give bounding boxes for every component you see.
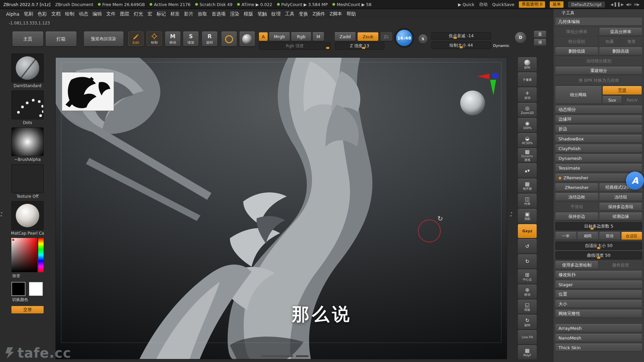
menu-item[interactable]: 编辑	[93, 11, 102, 17]
crease-header[interactable]: 折边	[555, 125, 642, 133]
shelf-divider-arrows[interactable]: ▴▾	[518, 163, 537, 177]
focal-shift-slider[interactable]: 焦点衰减 -14	[431, 32, 491, 40]
rgb-intensity-slider[interactable]: Rgb 强度	[259, 42, 331, 50]
detect-edges-button[interactable]: 侦测边缘	[599, 213, 642, 221]
menu-item[interactable]: 首选项	[212, 11, 226, 17]
position-header[interactable]: 位置	[555, 290, 642, 298]
aa-half-button[interactable]: ◒AC50%	[518, 133, 537, 147]
curve-strength-slider[interactable]: 曲线强度 50	[555, 251, 642, 259]
menu-item[interactable]: 图层	[120, 11, 129, 17]
m-mode-button[interactable]: M	[313, 32, 324, 41]
gradient-material-button[interactable]	[239, 32, 255, 46]
menu-item[interactable]: 变换	[299, 11, 308, 17]
symmetry-button[interactable]: ◫对称	[518, 194, 537, 208]
edgeloop-header[interactable]: 边缘环	[555, 115, 642, 123]
menu-item[interactable]: Z脚本	[329, 11, 342, 17]
menu-item[interactable]: 灯光	[134, 11, 143, 17]
frame-center-button[interactable]: ⊞中心点	[518, 269, 537, 284]
redo-button[interactable]: ↻	[518, 254, 537, 268]
window-control-icon[interactable]: ◀▐	[609, 2, 617, 7]
menu-item[interactable]: 文件	[106, 11, 116, 17]
delete-lower-button[interactable]: 删除低级	[555, 47, 598, 55]
alpha-preview[interactable]	[62, 72, 114, 111]
zremesher-button[interactable]: ZRemesher	[555, 183, 598, 191]
menu-item[interactable]: 绘制	[65, 11, 74, 17]
dynamesh-header[interactable]: Dynamesh	[555, 154, 642, 162]
menu-item[interactable]: Alpha	[6, 11, 19, 17]
geometry-section-header[interactable]: 几何体编辑	[555, 18, 642, 25]
rotate-button[interactable]: R 旋转	[202, 32, 217, 46]
menu-item[interactable]: 色彩	[38, 11, 47, 17]
gxyz-button[interactable]: Gxyz	[518, 224, 537, 238]
hue-strip[interactable]	[38, 238, 44, 272]
zoom2d-button[interactable]: ◎Zoom2D	[518, 103, 537, 117]
draw-size-slider[interactable]: 绘制大小 44	[431, 42, 491, 49]
brush-stroke-button[interactable]	[221, 32, 237, 46]
secondary-color-swatch[interactable]	[29, 282, 43, 296]
scroll-button[interactable]: +滚动	[518, 87, 537, 102]
polyframe-button[interactable]: ▦PolyF	[518, 345, 537, 359]
bpr-button[interactable]: BPR	[518, 57, 537, 71]
brush-thumbnail[interactable]	[11, 54, 44, 82]
slider-handle[interactable]	[590, 228, 593, 230]
spix-button[interactable]: 子像素	[518, 72, 537, 86]
home-button[interactable]: 主页	[12, 32, 43, 46]
alpha-thumbnail-slot[interactable]	[11, 127, 44, 156]
lightbox-button[interactable]: 灯箱	[46, 32, 76, 46]
material-thumbnail[interactable]	[11, 201, 44, 230]
keep-creases-button[interactable]: 保持折边	[555, 213, 598, 221]
material-selector[interactable]: MatCap Pearl Ca	[11, 201, 44, 236]
texture-selector[interactable]: Texture Off	[11, 164, 44, 199]
delete-higher-button[interactable]: 删除高级	[599, 47, 642, 55]
floor-grid-button[interactable]: ▦地平面	[518, 179, 537, 193]
adaptive-size-slider[interactable]: 自适应大小 50	[555, 242, 642, 250]
menu-item[interactable]: 影片	[184, 11, 194, 17]
mini-button-bottom[interactable]: 调	[534, 39, 546, 46]
higher-res-button[interactable]: 提高分辨率	[599, 28, 642, 36]
menu-item[interactable]: 材质	[170, 11, 180, 17]
texture-thumbnail[interactable]	[11, 164, 44, 193]
auto-label[interactable]: 自动	[479, 2, 487, 7]
line-fill-button[interactable]: Line Fill	[518, 330, 537, 344]
mini-button-top[interactable]: 重	[534, 31, 546, 38]
canvas-scrollbar-thumb[interactable]	[261, 355, 293, 357]
draw-button[interactable]: 绘制	[147, 32, 162, 46]
reconstruct-subdiv-button[interactable]: 重建细分	[555, 67, 642, 75]
right-tray-handle[interactable]: ◂▸	[511, 211, 512, 217]
menu-item[interactable]: 文档	[51, 11, 61, 17]
slider-handle[interactable]	[597, 257, 600, 259]
menu-item[interactable]: Z插件	[313, 11, 325, 17]
clock-dial[interactable]: 16:48	[394, 28, 414, 48]
main-color-swatch[interactable]	[11, 282, 25, 296]
menu-item[interactable]: 拾取	[198, 11, 207, 17]
dynamic-badge[interactable]: D	[515, 32, 527, 44]
smooth-toggle[interactable]: 平滑	[603, 86, 642, 95]
menu-item[interactable]: 工具	[285, 11, 294, 17]
nanomesh-header[interactable]: NanoMesh	[555, 334, 642, 342]
shadowbox-header[interactable]: ShadowBox	[555, 135, 642, 143]
menu-item[interactable]: 模版	[244, 11, 253, 17]
left-tray-handle[interactable]: ◂▸	[1, 211, 2, 217]
brush-selector[interactable]: DamStandard	[11, 54, 44, 88]
scale-button[interactable]: S 缩放	[183, 32, 199, 46]
saturation-value-square[interactable]	[11, 238, 37, 272]
modify-topology-header[interactable]: 修改拓扑	[555, 271, 642, 279]
menu-item[interactable]: 笔触	[258, 11, 267, 17]
dynamic-subdiv-header[interactable]: 动态细分	[555, 106, 642, 114]
menu-item[interactable]: 渲染	[230, 11, 239, 17]
freeze-border-button[interactable]: 冻结边框	[555, 193, 598, 201]
perspective-button[interactable]: ▦Dynamic透视	[518, 148, 537, 162]
suv-button[interactable]: Suv	[603, 96, 622, 104]
move-button[interactable]: M 移动	[165, 32, 180, 46]
menu-item[interactable]: 标记	[157, 11, 166, 17]
slider-handle[interactable]	[597, 247, 600, 249]
assistant-floating-button[interactable]: A	[626, 172, 644, 190]
move3d-button[interactable]: ⊕移动	[518, 285, 537, 299]
canvas-scrollbar-thumb-2[interactable]	[296, 355, 309, 357]
axis-gizmo[interactable]	[477, 71, 503, 96]
local-transform-button[interactable]: ▣局部	[518, 209, 537, 223]
menu-item[interactable]: 纹理	[271, 11, 281, 17]
zsub-button[interactable]: Zsub	[358, 32, 378, 41]
actual-size-button[interactable]: ◉100%	[518, 118, 537, 132]
rgb-mode-button[interactable]: Rgb	[291, 32, 311, 41]
